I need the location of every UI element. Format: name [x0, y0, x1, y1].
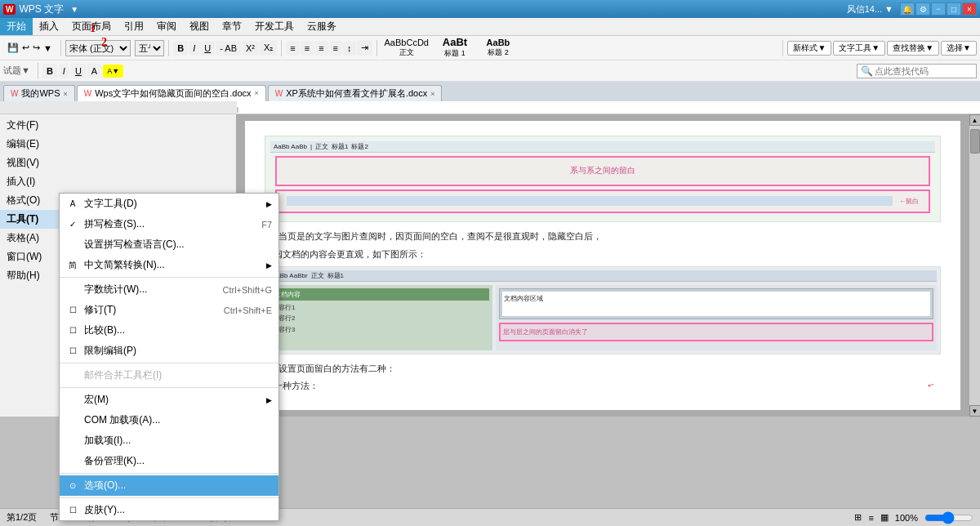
underline-btn[interactable]: U — [200, 41, 215, 56]
style-normal[interactable]: AaBbCcDd 正文 — [381, 36, 432, 60]
fmt-italic-btn[interactable]: I — [59, 64, 69, 78]
title-bar: W WPS 文字 ▼ 风信14... ▼ 🔔 ⚙ － □ × — [0, 0, 980, 18]
minimize-btn[interactable]: － — [931, 2, 946, 16]
sep-a — [60, 277, 278, 278]
tools-dropdown-menu: A 文字工具(D) ▶ ✓ 拼写检查(S)... F7 设置拼写检查语言(C).… — [59, 193, 279, 521]
save-btn[interactable]: 💾 — [7, 42, 20, 54]
spellcheck-lang-icon — [66, 239, 79, 251]
title-bar-dropdown[interactable]: ▼ — [70, 5, 78, 14]
status-right: ⊞ ≡ ▦ 100% — [854, 511, 973, 524]
menu-bar: 开始 插入 页面布局 引用 审阅 视图 章节 开发工具 云服务 — [0, 18, 980, 36]
scroll-thumb[interactable] — [970, 129, 980, 154]
menu-cloud[interactable]: 云服务 — [301, 18, 343, 35]
ruler: | — [0, 101, 980, 114]
view-btn-3[interactable]: ▦ — [880, 512, 889, 523]
menu-chinese-convert[interactable]: 简 中文简繁转换(N)... ▶ — [60, 255, 278, 275]
fmt-highlight-btn[interactable]: A▼ — [103, 65, 123, 78]
menu-compare[interactable]: ☐ 比较(B)... — [60, 320, 278, 341]
scroll-up-btn[interactable]: ▲ — [969, 114, 981, 126]
search-bar[interactable]: 🔍 — [857, 64, 977, 78]
tab-mywps[interactable]: W 我的WPS × — [3, 85, 75, 101]
subscript-btn[interactable]: X₂ — [260, 40, 277, 56]
pink-rectangle-1: 系与系之间的留白 — [275, 156, 930, 186]
menu-restrict-edit[interactable]: ☐ 限制编辑(P) — [60, 341, 278, 361]
menu-macro[interactable]: 宏(M) ▶ — [60, 390, 278, 410]
tab-close-extension[interactable]: × — [430, 90, 434, 98]
menu-view[interactable]: 视图 — [183, 18, 216, 35]
menu-backup[interactable]: 备份管理(K)... — [60, 451, 278, 471]
ss2-header: 文档内容 — [272, 288, 489, 301]
menu-text-tools[interactable]: A 文字工具(D) ▶ — [60, 194, 278, 214]
nav-edit[interactable]: 编辑(E) — [0, 135, 236, 154]
line-spacing-btn[interactable]: ↕ — [343, 41, 356, 56]
style-h2-label: 标题 2 — [488, 47, 509, 58]
align-left-btn[interactable]: ≡ — [286, 41, 299, 56]
find-replace-btn[interactable]: 查找替换▼ — [887, 41, 939, 56]
justify-btn[interactable]: ≡ — [329, 41, 342, 56]
view-btn-2[interactable]: ≡ — [868, 513, 873, 523]
vertical-scrollbar[interactable]: ▲ ▼ — [969, 114, 980, 417]
skin-icon: ☐ — [66, 505, 79, 516]
nav-view[interactable]: 视图(V) — [0, 154, 236, 172]
title-bar-left: W WPS 文字 ▼ — [3, 2, 78, 16]
step2b-text: 查阅文档的内容会更直观，如下图所示： — [265, 247, 941, 261]
qa-dropdown[interactable]: ▼ — [42, 42, 53, 54]
menu-backup-label: 备份管理(K)... — [84, 454, 145, 468]
user-info[interactable]: 风信14... ▼ — [847, 3, 893, 16]
fmt-underline-btn[interactable]: U — [71, 64, 86, 78]
menu-com-addins[interactable]: COM 加载项(A)... — [60, 410, 278, 430]
style-heading1[interactable]: AaBt 标题 1 — [434, 34, 475, 60]
menu-chapter[interactable]: 章节 — [216, 18, 248, 35]
fmt-color-btn[interactable]: A — [87, 64, 101, 78]
view-btn-1[interactable]: ⊞ — [854, 512, 862, 523]
rect2-content — [287, 196, 893, 206]
font-size-select[interactable]: 五号 — [135, 40, 164, 56]
text-tools-btn[interactable]: 文字工具▼ — [833, 41, 885, 56]
menu-review[interactable]: 审阅 — [150, 18, 183, 35]
tab-close-mywps[interactable]: × — [64, 90, 68, 98]
nav-insert[interactable]: 插入(I) — [0, 172, 236, 191]
align-center-btn[interactable]: ≡ — [301, 41, 314, 56]
tab-hidespace[interactable]: W Wps文字中如何隐藏页面间的空白.docx × — [77, 85, 266, 101]
font-family-select[interactable]: 宋体 (正文) — [65, 40, 131, 56]
indent-btn[interactable]: ⇥ — [357, 40, 372, 56]
tab-close-hidespace[interactable]: × — [255, 89, 259, 97]
italic-btn[interactable]: I — [189, 41, 199, 56]
menu-options[interactable]: ⊙ 选项(O)... — [60, 475, 278, 496]
fmt-bold-btn[interactable]: B — [42, 64, 57, 78]
menu-insert[interactable]: 插入 — [33, 18, 65, 35]
bold-btn[interactable]: B — [173, 41, 188, 56]
menu-start[interactable]: 开始 — [0, 18, 33, 35]
menu-spellcheck-lang[interactable]: 设置拼写检查语言(C)... — [60, 234, 278, 255]
app-title: WPS 文字 — [19, 2, 64, 16]
close-btn[interactable]: × — [962, 2, 977, 16]
menu-word-count[interactable]: 字数统计(W)... Ctrl+Shift+G — [60, 279, 278, 300]
tab-icon-mywps: W — [11, 89, 18, 98]
menu-references[interactable]: 引用 — [118, 18, 150, 35]
menu-track-changes[interactable]: ☐ 修订(T) Ctrl+Shift+E — [60, 300, 278, 320]
menu-spellcheck[interactable]: ✓ 拼写检查(S)... F7 — [60, 214, 278, 234]
tab-extension[interactable]: W XP系统中如何查看文件扩展名.docx × — [268, 85, 443, 101]
search-input[interactable] — [875, 66, 973, 76]
select-btn[interactable]: 选择▼ — [941, 41, 977, 56]
restore-btn[interactable]: □ — [947, 2, 961, 16]
zoom-level: 100% — [895, 513, 918, 523]
nav-file[interactable]: 文件(F) — [0, 116, 236, 135]
scroll-down-btn[interactable]: ▼ — [969, 405, 981, 417]
undo-btn[interactable]: ↩ — [21, 42, 30, 54]
new-style-btn[interactable]: 新样式▼ — [787, 41, 831, 56]
chinese-convert-arrow: ▶ — [266, 261, 272, 270]
chinese-convert-icon: 简 — [66, 260, 79, 271]
menu-addins[interactable]: 加载项(I)... — [60, 430, 278, 451]
align-right-btn[interactable]: ≡ — [314, 41, 327, 56]
track-changes-shortcut: Ctrl+Shift+E — [224, 305, 272, 315]
superscript-btn[interactable]: X² — [242, 41, 259, 56]
menu-dev-tools[interactable]: 开发工具 — [248, 18, 301, 35]
redo-btn[interactable]: ↪ — [32, 42, 41, 54]
zoom-slider[interactable] — [924, 511, 973, 524]
ab-btn[interactable]: - AB — [216, 41, 241, 56]
style-heading2[interactable]: AaBb 标题 2 — [478, 36, 519, 60]
menu-skin[interactable]: ☐ 皮肤(Y)... — [60, 500, 278, 520]
ss2-doc-area: 文档内容区域 — [499, 288, 933, 319]
ss1-toolbar-sep: | — [310, 141, 312, 152]
